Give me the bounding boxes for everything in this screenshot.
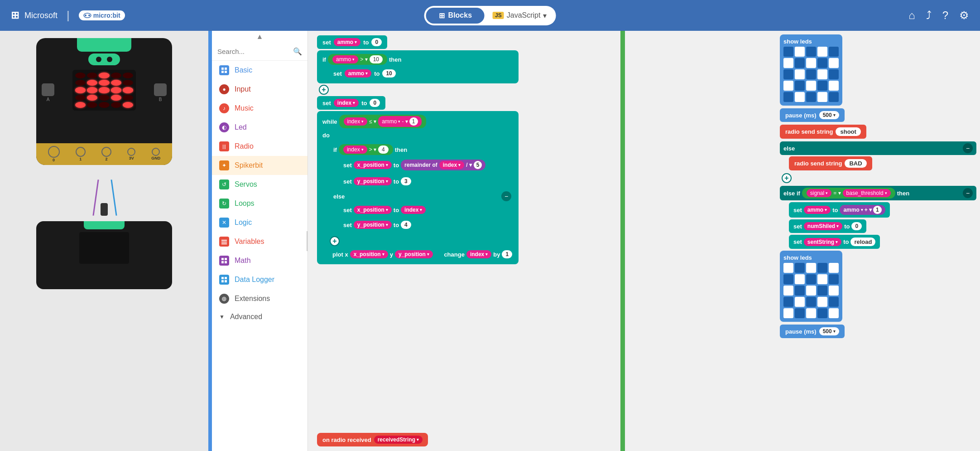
ammo-var-pill[interactable]: ammo ▾	[334, 38, 360, 46]
ammo-minus-1: ammo ▾ - ▾ 1	[378, 116, 421, 127]
else-minus-button[interactable]: −	[501, 191, 511, 201]
green-separator-left	[620, 31, 625, 451]
home-button[interactable]: ⌂	[908, 9, 915, 22]
microbit-label: micro:bit	[83, 12, 120, 19]
add-block-button-3[interactable]: +	[782, 173, 792, 183]
ammo-plus-1-val: ammo ▾ + ▾ 1	[840, 205, 885, 215]
ammo-var-pill-3[interactable]: ammo ▾	[345, 69, 371, 78]
toolbox-content: ▲ 🔍 Basic ● Input ♪ M	[212, 31, 307, 325]
else-if-minus[interactable]: −	[963, 188, 973, 198]
nested-condition: index ▾ > ▾ 4	[339, 144, 393, 155]
sidebar-item-basic[interactable]: Basic	[212, 61, 307, 80]
nested-if-block: if index ▾ > ▾ 4 then set	[328, 141, 517, 262]
sidebar-item-music[interactable]: ♪ Music	[212, 99, 307, 118]
sidebar-item-radio[interactable]: ||| Radio	[212, 137, 307, 156]
set-sentstring: set sentString ▾ to reload	[789, 235, 976, 249]
val-zero-2[interactable]: 0	[370, 99, 380, 107]
cable-blue	[110, 179, 117, 216]
radio-send-shoot: radio send string shoot	[780, 125, 976, 139]
pause-val[interactable]: 500 ▾	[819, 111, 839, 119]
blocks-tab[interactable]: ⊞ Blocks	[426, 8, 485, 24]
svg-rect-14	[221, 277, 224, 279]
sidebar-item-spikerbit[interactable]: ✦ Spikerbit	[212, 156, 307, 175]
svg-rect-8	[221, 242, 227, 242]
value-zero[interactable]: 0	[371, 38, 382, 46]
reload-val[interactable]: reload	[850, 238, 875, 246]
scroll-up[interactable]: ▲	[212, 31, 307, 43]
nested-if-header: if index ▾ > ▾ 4 then	[330, 142, 515, 157]
sidebar-item-input[interactable]: ● Input	[212, 80, 307, 99]
on-radio-block: on radio received receivedString ▾	[317, 433, 428, 446]
svg-rect-4	[225, 68, 227, 70]
plot-block: plot x x_position ▾ y y_position ▾	[328, 247, 437, 261]
help-button[interactable]: ?	[942, 9, 948, 22]
sidebar-item-math[interactable]: Math	[212, 251, 307, 270]
set-y-3: set y_position ▾ to 3	[339, 175, 515, 188]
sidebar-item-loops[interactable]: ↻ Loops	[212, 194, 307, 213]
microbit-notch	[77, 38, 131, 52]
blocks-canvas[interactable]: set ammo ▾ to 0 if ammo ▾ > ▾ 10 then	[308, 31, 776, 451]
sidebar-item-servos[interactable]: ↺ Servos	[212, 175, 307, 194]
show-leds-bottom: show leds	[780, 251, 842, 322]
svg-rect-15	[225, 277, 227, 279]
led-screen-2	[79, 232, 129, 264]
sidebar-item-led[interactable]: ◐ Led	[212, 118, 307, 137]
set-y-4: set y_position ▾ to 4	[339, 218, 515, 232]
sidebar-item-advanced[interactable]: ▼ Advanced	[212, 308, 307, 325]
pause-val-bottom[interactable]: 500 ▾	[819, 327, 839, 335]
index-pill[interactable]: index ▾	[334, 99, 359, 107]
cables-area	[36, 170, 172, 216]
cable-purple	[92, 179, 99, 216]
plus-row-3: +	[780, 173, 976, 183]
set-ammo-row: set ammo ▾ to 0	[317, 35, 387, 49]
share-button[interactable]: ⤴	[926, 9, 932, 22]
received-string-pill[interactable]: receivedString ▾	[374, 436, 423, 444]
led-grid-display-2[interactable]	[783, 263, 839, 318]
toolbox-panel: ▲ 🔍 Basic ● Input ♪ M	[208, 31, 308, 451]
set-x-index: set x_position ▾ to index ▾	[339, 203, 515, 217]
val-10[interactable]: 10	[370, 55, 383, 63]
svg-rect-16	[221, 280, 224, 282]
val-10-b[interactable]: 10	[382, 69, 395, 78]
button-b[interactable]: B	[154, 83, 167, 102]
svg-rect-9	[221, 243, 227, 244]
variables-icon	[219, 237, 229, 247]
else-minus-button-2[interactable]: −	[963, 143, 973, 153]
sidebar-item-datalogger[interactable]: Data Logger	[212, 270, 307, 289]
svg-rect-5	[221, 71, 224, 73]
svg-rect-12	[221, 261, 224, 263]
sidebar-item-logic[interactable]: ✕ Logic	[212, 213, 307, 232]
do-label: do	[319, 130, 517, 141]
radio-send-bad: radio send string BAD	[789, 156, 976, 170]
search-input[interactable]	[217, 48, 289, 55]
search-icon[interactable]: 🔍	[293, 47, 302, 56]
if-body: set ammo ▾ to 10	[328, 67, 517, 80]
shoot-string-val[interactable]: shoot	[836, 127, 860, 136]
led-grid-display[interactable]	[783, 47, 839, 102]
change-index-block: change index ▾ by 1	[439, 247, 517, 261]
microbit-notch-2	[84, 221, 125, 229]
bad-string-val[interactable]: BAD	[845, 159, 866, 168]
set-x-remainder: set x_position ▾ to remainder of index ▾…	[339, 157, 515, 173]
add-block-button[interactable]: +	[319, 85, 329, 95]
pause-block-bottom: pause (ms) 500 ▾	[780, 325, 976, 338]
svg-rect-3	[221, 68, 224, 70]
led-icon: ◐	[219, 122, 229, 132]
basic-icon	[219, 65, 229, 75]
add-block-button-2[interactable]: +	[330, 236, 340, 246]
main-layout: A B 0 1 2	[0, 31, 980, 451]
led-screen	[72, 70, 136, 111]
microbit-device-2	[36, 221, 172, 289]
svg-rect-17	[225, 280, 227, 282]
sidebar-item-variables[interactable]: Variables	[212, 232, 307, 251]
header-actions: ⌂ ⤴ ? ⚙	[908, 9, 969, 22]
advanced-arrow-icon: ▼	[219, 314, 225, 320]
settings-button[interactable]: ⚙	[959, 9, 969, 22]
ammo-pill-2[interactable]: ammo ▾	[332, 55, 358, 63]
remainder-block: remainder of index ▾ / ▾ 5	[401, 160, 485, 170]
sidebar-item-extensions[interactable]: ⊕ Extensions	[212, 289, 307, 308]
button-a[interactable]: A	[42, 83, 54, 102]
microsoft-label: Microsoft	[24, 11, 58, 20]
pause-block: pause (ms) 500 ▾	[780, 108, 976, 122]
javascript-tab[interactable]: JS JavaScript ▾	[485, 8, 554, 24]
